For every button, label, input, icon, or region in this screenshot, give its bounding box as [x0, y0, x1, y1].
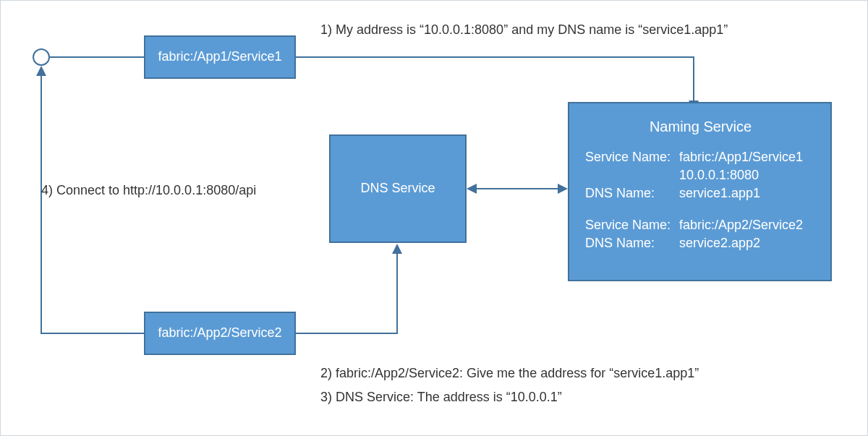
naming-row-value: 10.0.0.1:8080 — [679, 166, 816, 184]
annotation-step3: 3) DNS Service: The address is “10.0.0.1… — [320, 390, 562, 405]
box-service1: fabric:/App1/Service1 — [144, 35, 296, 79]
naming-row-value: fabric:/App1/Service1 — [679, 148, 816, 166]
arrow-step2 — [296, 252, 397, 333]
annotation-step4: 4) Connect to http://10.0.0.1:8080/api — [41, 183, 256, 198]
naming-row-label: Service Name: — [585, 148, 679, 166]
box-service2-label: fabric:/App2/Service2 — [158, 324, 281, 342]
naming-service-title: Naming Service — [585, 116, 816, 137]
naming-row-label: DNS Name: — [585, 184, 679, 202]
box-dns-service: DNS Service — [329, 134, 467, 243]
start-node — [33, 49, 49, 65]
naming-row: 10.0.0.1:8080 — [585, 166, 816, 184]
diagram-canvas: fabric:/App1/Service1 fabric:/App2/Servi… — [0, 0, 868, 436]
naming-row-value: service1.app1 — [679, 184, 816, 202]
naming-row: DNS Name: service1.app1 — [585, 184, 816, 202]
naming-row-label: DNS Name: — [585, 234, 679, 252]
arrow-step4 — [41, 67, 144, 333]
box-service1-label: fabric:/App1/Service1 — [158, 48, 281, 66]
naming-row-label: Service Name: — [585, 216, 679, 234]
arrow-step1 — [296, 57, 694, 102]
arrow-dns-naming-head-left — [467, 184, 477, 194]
naming-row: DNS Name: service2.app2 — [585, 234, 816, 252]
box-dns-label: DNS Service — [360, 179, 435, 197]
naming-row: Service Name: fabric:/App1/Service1 — [585, 148, 816, 166]
naming-row-value: service2.app2 — [679, 234, 816, 252]
annotation-step1: 1) My address is “10.0.0.1:8080” and my … — [320, 22, 728, 38]
naming-row: Service Name: fabric:/App2/Service2 — [585, 216, 816, 234]
arrow-step4-head — [36, 66, 46, 76]
box-naming-service: Naming Service Service Name: fabric:/App… — [568, 102, 832, 281]
annotation-step2: 2) fabric:/App2/Service2: Give me the ad… — [320, 366, 699, 381]
naming-row-label — [585, 166, 679, 184]
box-service2: fabric:/App2/Service2 — [144, 312, 296, 355]
arrow-dns-naming-head-right — [558, 184, 568, 194]
naming-row-value: fabric:/App2/Service2 — [679, 216, 816, 234]
arrow-step2-head — [392, 244, 402, 254]
